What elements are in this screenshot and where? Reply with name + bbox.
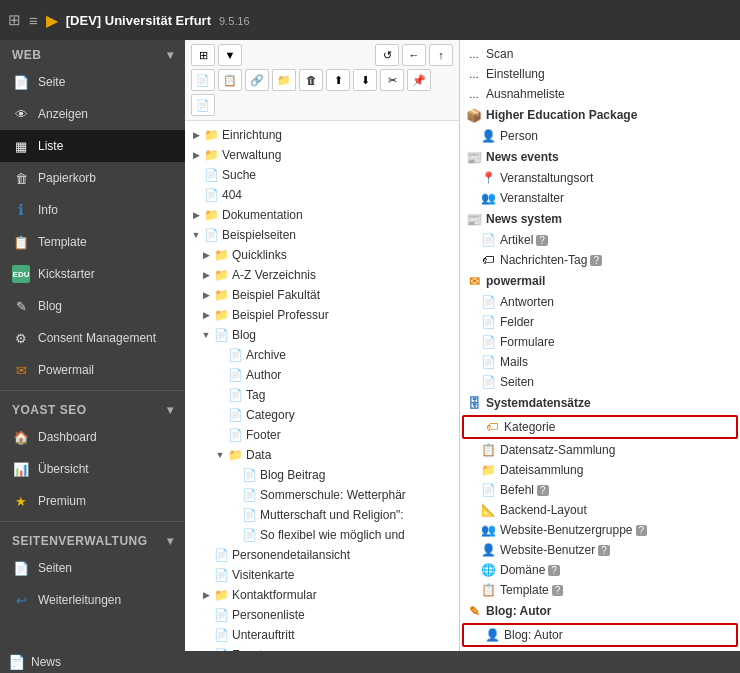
tree-item-az[interactable]: ▶ 📁 A-Z Verzeichnis	[185, 265, 459, 285]
tb-move-down[interactable]: ⬇	[353, 69, 377, 91]
tree-item-unterauftritt[interactable]: 📄 Unterauftritt	[185, 625, 459, 645]
rp-item-veranstaltungsort[interactable]: 📍 Veranstaltungsort	[460, 168, 740, 188]
tree-item-soflexibel[interactable]: 📄 So flexibel wie möglich und	[185, 525, 459, 545]
tree-item-beispiel-prof[interactable]: ▶ 📁 Beispiel Professur	[185, 305, 459, 325]
redirect-icon: ↩	[12, 591, 30, 609]
hep-icon: 📦	[466, 107, 482, 123]
tb-pin[interactable]: 📌	[407, 69, 431, 91]
tb-extra[interactable]: 📄	[191, 94, 215, 116]
template-icon: 📋	[12, 233, 30, 251]
tb-link[interactable]: 🔗	[245, 69, 269, 91]
tree-new-button[interactable]: ⊞	[191, 44, 215, 66]
sidebar-item-powermail[interactable]: ✉ Powermail	[0, 354, 185, 386]
tree-item-category[interactable]: 📄 Category	[185, 405, 459, 425]
rp-item-scan[interactable]: … Scan	[460, 44, 740, 64]
rp-item-ausnahmeliste[interactable]: … Ausnahmeliste	[460, 84, 740, 104]
pages-icon: 📄	[12, 559, 30, 577]
tree-item-404[interactable]: 📄 404	[185, 185, 459, 205]
sidebar-item-kickstarter[interactable]: EDU Kickstarter	[0, 258, 185, 290]
tree-item-sommerschule[interactable]: 📄 Sommerschule: Wetterphär	[185, 485, 459, 505]
sidebar-item-blog[interactable]: ✎ Blog	[0, 290, 185, 322]
tb-folder[interactable]: 📁	[272, 69, 296, 91]
page-icon: 📄	[227, 387, 243, 403]
rp-item-formulare[interactable]: 📄 Formulare	[460, 332, 740, 352]
sidebar-item-template[interactable]: 📋 Template	[0, 226, 185, 258]
folder-icon: 📁	[203, 147, 219, 163]
rp-item-antworten[interactable]: 📄 Antworten	[460, 292, 740, 312]
rp-item-person[interactable]: 👤 Person	[460, 126, 740, 146]
tree-item-tag[interactable]: 📄 Tag	[185, 385, 459, 405]
rp-item-artikel[interactable]: 📄 Artikel ?	[460, 230, 740, 250]
rp-item-website-benutzergruppe[interactable]: 👥 Website-Benutzergruppe ?	[460, 520, 740, 540]
sidebar-item-consent[interactable]: ⚙ Consent Management	[0, 322, 185, 354]
benutzer-badge: ?	[598, 545, 610, 556]
rp-item-backend-layout[interactable]: 📐 Backend-Layout	[460, 500, 740, 520]
tree-filter-button[interactable]: ▼	[218, 44, 242, 66]
tree-item-suche[interactable]: 📄 Suche	[185, 165, 459, 185]
tree-up-button[interactable]: ↑	[429, 44, 453, 66]
tb-delete[interactable]: 🗑	[299, 69, 323, 91]
rp-item-domane[interactable]: 🌐 Domäne ?	[460, 560, 740, 580]
tree-item-kontaktformular[interactable]: ▶ 📁 Kontaktformular	[185, 585, 459, 605]
tree-item-personendetail[interactable]: 📄 Personendetailansicht	[185, 545, 459, 565]
sidebar-item-dashboard[interactable]: 🏠 Dashboard	[0, 421, 185, 453]
rp-item-felder[interactable]: 📄 Felder	[460, 312, 740, 332]
tree-item-visitenkarte[interactable]: 📄 Visitenkarte	[185, 565, 459, 585]
tb-move-up[interactable]: ⬆	[326, 69, 350, 91]
rp-item-blog-autor[interactable]: 👤 Blog: Autor	[462, 623, 738, 647]
sidebar-item-weiterleitungen[interactable]: ↩ Weiterleitungen	[0, 584, 185, 616]
tree-item-beispielseiten[interactable]: ▼ 📄 Beispielseiten	[185, 225, 459, 245]
tree-item-beispiel-fak[interactable]: ▶ 📁 Beispiel Fakultät	[185, 285, 459, 305]
rp-item-nachrichten-tag[interactable]: 🏷 Nachrichten-Tag ?	[460, 250, 740, 270]
overview-icon: 📊	[12, 460, 30, 478]
tree-item-dokumentation[interactable]: ▶ 📁 Dokumentation	[185, 205, 459, 225]
sidebar-item-info[interactable]: ℹ Info	[0, 194, 185, 226]
tree-item-blog-beitrag[interactable]: 📄 Blog Beitrag	[185, 465, 459, 485]
sidebar-item-liste[interactable]: ▦ Liste	[0, 130, 185, 162]
tree-item-verwaltung[interactable]: ▶ 📁 Verwaltung	[185, 145, 459, 165]
tree-item-blog[interactable]: ▼ 📄 Blog	[185, 325, 459, 345]
tree-item-footer[interactable]: 📄 Footer	[185, 425, 459, 445]
sidebar-section-yoast: YOAST SEO ▾	[0, 395, 185, 421]
tree-item-personenliste[interactable]: 📄 Personenliste	[185, 605, 459, 625]
tree-item-mutterschaft[interactable]: 📄 Mutterschaft und Religion":	[185, 505, 459, 525]
rp-item-datensatz-sammlung[interactable]: 📋 Datensatz-Sammlung	[460, 440, 740, 460]
tb-new-page[interactable]: 📄	[191, 69, 215, 91]
tree-item-archive[interactable]: 📄 Archive	[185, 345, 459, 365]
rp-item-seiten[interactable]: 📄 Seiten	[460, 372, 740, 392]
tree-refresh-button[interactable]: ↺	[375, 44, 399, 66]
folder-icon: 📁	[213, 247, 229, 263]
tree-item-einrichtung[interactable]: ▶ 📁 Einrichtung	[185, 125, 459, 145]
expand-cat	[213, 408, 227, 422]
tree-item-data[interactable]: ▼ 📁 Data	[185, 445, 459, 465]
divider-1	[0, 390, 185, 391]
sidebar-item-uebersicht[interactable]: 📊 Übersicht	[0, 453, 185, 485]
eye-icon: 👁	[12, 105, 30, 123]
sidebar-item-seiten[interactable]: 📄 Seiten	[0, 552, 185, 584]
news-events-icon: 📰	[466, 149, 482, 165]
rp-item-template[interactable]: 📋 Template ?	[460, 580, 740, 600]
tb-copy[interactable]: 📋	[218, 69, 242, 91]
sidebar-item-seite[interactable]: 📄 Seite	[0, 66, 185, 98]
mutterschaft-icon: 📄	[241, 507, 257, 523]
rp-item-mails[interactable]: 📄 Mails	[460, 352, 740, 372]
expand-ua	[199, 628, 213, 642]
rp-item-dateisammlung[interactable]: 📁 Dateisammlung	[460, 460, 740, 480]
expand-beispiel: ▼	[189, 228, 203, 242]
tree-item-author[interactable]: 📄 Author	[185, 365, 459, 385]
rp-item-befehl[interactable]: 📄 Befehl ?	[460, 480, 740, 500]
rp-item-kategorie[interactable]: 🏷 Kategorie	[462, 415, 738, 439]
sidebar-item-papierkorb[interactable]: 🗑 Papierkorb	[0, 162, 185, 194]
powermail-icon: ✉	[12, 361, 30, 379]
dashboard-icon: 🏠	[12, 428, 30, 446]
rp-item-veranstalter[interactable]: 👥 Veranstalter	[460, 188, 740, 208]
rp-item-einstellung[interactable]: … Einstellung	[460, 64, 740, 84]
soflexibel-icon: 📄	[241, 527, 257, 543]
tree-back-button[interactable]: ←	[402, 44, 426, 66]
sidebar-item-premium[interactable]: ★ Premium	[0, 485, 185, 517]
rp-item-website-benutzer[interactable]: 👤 Website-Benutzer ?	[460, 540, 740, 560]
tb-cut[interactable]: ✂	[380, 69, 404, 91]
sidebar-item-anzeigen[interactable]: 👁 Anzeigen	[0, 98, 185, 130]
tree-item-quicklinks[interactable]: ▶ 📁 Quicklinks	[185, 245, 459, 265]
page-icon: 📄	[12, 73, 30, 91]
